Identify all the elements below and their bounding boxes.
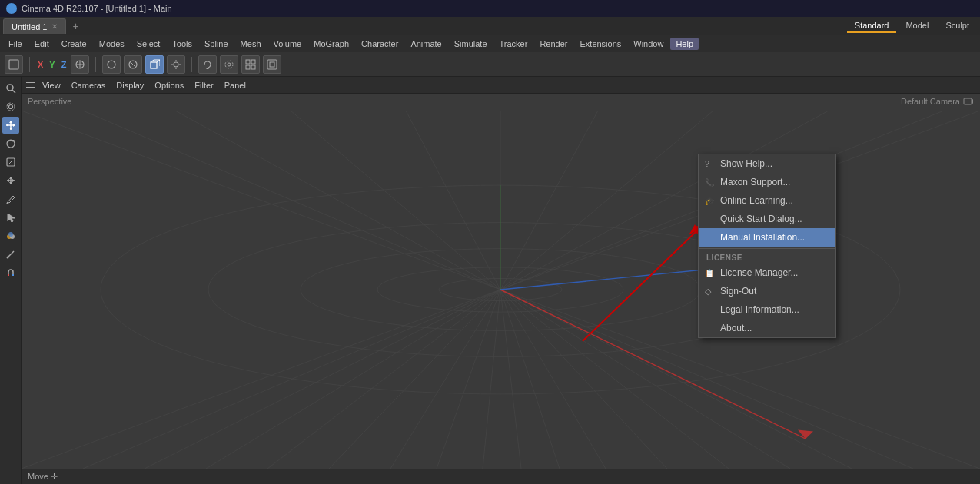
menu-modes[interactable]: Modes bbox=[94, 38, 130, 50]
menu-extensions[interactable]: Extensions bbox=[574, 38, 626, 50]
svg-line-77 bbox=[291, 111, 500, 290]
viewport-menu-options[interactable]: Options bbox=[151, 80, 188, 91]
help-menu-item-about[interactable]: About... bbox=[699, 319, 835, 337]
view-mode-standard[interactable]: Standard bbox=[847, 19, 897, 33]
toolbar-settings-btn[interactable] bbox=[220, 55, 238, 74]
sidebar-tool-magnet[interactable] bbox=[2, 264, 19, 281]
menu-mograph[interactable]: MoGraph bbox=[308, 38, 354, 50]
svg-rect-25 bbox=[270, 62, 274, 67]
toolbar-sphere-btn[interactable] bbox=[102, 55, 121, 74]
svg-marker-44 bbox=[9, 177, 12, 179]
sidebar-tool-search[interactable] bbox=[2, 80, 19, 97]
help-menu-item-manual-install[interactable]: Manual Installation... bbox=[699, 228, 835, 247]
license-manager-label: License Manager... bbox=[720, 267, 798, 278]
status-text: Move ✛ bbox=[28, 472, 58, 482]
menu-file[interactable]: File bbox=[3, 38, 28, 50]
support-item-label: Maxon Support... bbox=[720, 177, 790, 187]
menu-tools[interactable]: Tools bbox=[167, 38, 198, 50]
svg-line-39 bbox=[9, 161, 12, 164]
menu-window[interactable]: Window bbox=[628, 38, 669, 50]
about-label: About... bbox=[720, 323, 752, 333]
help-menu-item-online-learning[interactable]: 🎓 Online Learning... bbox=[699, 191, 835, 210]
menu-edit[interactable]: Edit bbox=[29, 38, 55, 50]
help-menu-item-legal-info[interactable]: Legal Information... bbox=[699, 300, 835, 319]
toolbar-light-btn[interactable] bbox=[167, 55, 185, 74]
menu-create[interactable]: Create bbox=[56, 38, 92, 50]
viewport-camera-label: Default Camera bbox=[901, 97, 974, 106]
svg-line-75 bbox=[83, 111, 500, 290]
svg-rect-22 bbox=[246, 65, 250, 69]
help-menu-item-show-help[interactable]: ? Show Help... bbox=[699, 154, 835, 173]
toolbar-rotate-btn[interactable] bbox=[198, 55, 217, 74]
viewport-menu-display[interactable]: Display bbox=[112, 80, 148, 91]
sidebar-tool-gear[interactable] bbox=[2, 98, 19, 115]
svg-line-59 bbox=[206, 290, 500, 469]
view-mode-model[interactable]: Model bbox=[898, 19, 936, 33]
toolbar-grid-btn[interactable] bbox=[241, 55, 260, 74]
tab-add-button[interactable]: + bbox=[68, 18, 83, 34]
menu-spline[interactable]: Spline bbox=[199, 38, 234, 50]
toolbar-null-btn[interactable] bbox=[124, 55, 142, 74]
svg-rect-23 bbox=[251, 65, 255, 69]
main-layout: View Cameras Display Options Filter Pane… bbox=[0, 77, 980, 484]
svg-line-27 bbox=[12, 90, 15, 93]
sidebar-tool-material[interactable] bbox=[2, 227, 19, 244]
svg-marker-34 bbox=[6, 124, 8, 127]
legal-info-label: Legal Information... bbox=[720, 304, 799, 315]
svg-line-74 bbox=[22, 111, 500, 290]
sidebar-tool-rotate[interactable] bbox=[2, 135, 19, 152]
viewport-menu-icon[interactable] bbox=[26, 82, 35, 88]
menu-animate[interactable]: Animate bbox=[405, 38, 447, 50]
viewport-menu-view[interactable]: View bbox=[38, 80, 65, 91]
viewport-menu-filter[interactable]: Filter bbox=[191, 80, 217, 91]
sidebar-tool-move[interactable] bbox=[2, 117, 19, 134]
menu-character[interactable]: Character bbox=[356, 38, 404, 50]
menu-tracker[interactable]: Tracker bbox=[494, 38, 533, 50]
svg-rect-54 bbox=[964, 98, 972, 104]
sidebar-tool-select[interactable] bbox=[2, 209, 19, 226]
help-menu-item-maxon-support[interactable]: 📞 Maxon Support... bbox=[699, 173, 835, 191]
viewport-area[interactable]: View Cameras Display Options Filter Pane… bbox=[22, 77, 980, 484]
svg-rect-21 bbox=[251, 60, 255, 64]
sidebar-tool-knife[interactable] bbox=[2, 246, 19, 263]
menu-simulate[interactable]: Simulate bbox=[449, 38, 493, 50]
active-tab[interactable]: Untitled 1 ✕ bbox=[3, 18, 66, 34]
viewport-subtoolbar: View Cameras Display Options Filter Pane… bbox=[22, 77, 980, 94]
toolbar-object-btn[interactable] bbox=[5, 55, 23, 74]
svg-point-19 bbox=[225, 61, 233, 68]
menu-render[interactable]: Render bbox=[534, 38, 573, 50]
svg-marker-32 bbox=[9, 121, 12, 123]
view-mode-sculpt[interactable]: Sculpt bbox=[938, 19, 977, 33]
menu-mesh[interactable]: Mesh bbox=[235, 38, 267, 50]
menu-bar: File Edit Create Modes Select Tools Spli… bbox=[0, 35, 980, 52]
svg-line-68 bbox=[500, 290, 667, 469]
license-section-label: LICENSE bbox=[699, 250, 835, 264]
menu-volume[interactable]: Volume bbox=[268, 38, 307, 50]
viewport-menu-panel[interactable]: Panel bbox=[221, 80, 250, 91]
svg-marker-42 bbox=[7, 179, 9, 182]
sidebar-tool-scale[interactable] bbox=[2, 154, 19, 171]
menu-help[interactable]: Help bbox=[670, 38, 699, 50]
toolbar-sep-3 bbox=[191, 57, 192, 72]
toolbar-coord-btn[interactable] bbox=[71, 55, 89, 74]
svg-point-29 bbox=[7, 103, 15, 111]
svg-point-51 bbox=[6, 257, 8, 259]
svg-marker-55 bbox=[972, 99, 973, 104]
toolbar-sep-2 bbox=[95, 57, 96, 72]
help-dropdown-menu: ? Show Help... 📞 Maxon Support... 🎓 Onli… bbox=[698, 154, 836, 338]
viewport-perspective-label: Perspective bbox=[28, 97, 71, 106]
toolbar-cube-btn[interactable] bbox=[145, 55, 164, 74]
sidebar-tool-paint[interactable] bbox=[2, 191, 19, 207]
viewport-menu-cameras[interactable]: Cameras bbox=[68, 80, 110, 91]
help-menu-item-sign-out[interactable]: ◇ Sign-Out bbox=[699, 282, 835, 300]
menu-select[interactable]: Select bbox=[131, 38, 166, 50]
sidebar-tool-transform[interactable] bbox=[2, 172, 19, 189]
manual-install-label: Manual Installation... bbox=[720, 232, 805, 243]
svg-line-63 bbox=[437, 290, 500, 469]
help-menu-item-license-manager[interactable]: 📋 License Manager... bbox=[699, 264, 835, 282]
view-modes: Standard Model Sculpt bbox=[847, 19, 977, 33]
tab-close-button[interactable]: ✕ bbox=[51, 22, 58, 31]
svg-line-65 bbox=[500, 290, 521, 469]
help-menu-item-quick-start[interactable]: Quick Start Dialog... bbox=[699, 210, 835, 228]
toolbar-snap-btn[interactable] bbox=[263, 55, 281, 74]
